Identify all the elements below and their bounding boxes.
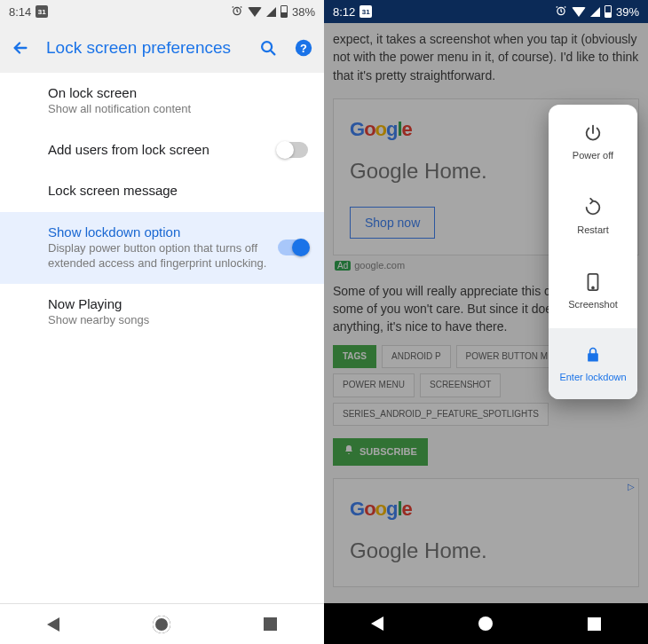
bell-icon	[344, 444, 354, 459]
phone-right: 8:12 31 39% expect, it takes a screensho…	[324, 0, 648, 644]
help-icon[interactable]: ?	[294, 38, 313, 58]
page-title: Lock screen preferences	[46, 38, 242, 58]
tags-label: TAGS	[333, 345, 376, 369]
pref-sub: Show nearby songs	[48, 313, 308, 328]
nav-recent-icon[interactable]	[264, 617, 277, 631]
alarm-icon	[555, 4, 567, 20]
power-menu: Power off Restart Screenshot Enter lockd…	[549, 105, 637, 399]
wifi-icon	[248, 7, 262, 17]
signal-icon	[590, 7, 600, 17]
calendar-icon: 31	[36, 5, 48, 18]
pref-lock-message[interactable]: Lock screen message	[0, 170, 324, 212]
battery-pct: 39%	[616, 5, 639, 19]
nav-bar	[324, 603, 648, 644]
power-off-button[interactable]: Power off	[549, 105, 637, 179]
status-bar: 8:12 31 39%	[324, 0, 648, 23]
alarm-icon	[231, 4, 243, 20]
pref-sub: Show all notification content	[48, 102, 308, 117]
settings-list: On lock screen Show all notification con…	[0, 73, 324, 603]
nav-home-icon[interactable]	[153, 616, 170, 633]
pref-show-lockdown[interactable]: Show lockdown option Display power butto…	[0, 212, 324, 284]
pref-add-users[interactable]: Add users from lock screen	[0, 130, 324, 170]
pref-title: Show lockdown option	[48, 224, 267, 240]
tag-item[interactable]: SCREENSHOT	[420, 373, 501, 397]
ad-title: Google Home.	[350, 536, 622, 567]
ad-domain: google.com	[354, 260, 405, 271]
nav-back-icon[interactable]	[47, 617, 59, 632]
google-logo-icon: Google	[350, 495, 412, 523]
screenshot-label: Screenshot	[568, 299, 618, 310]
switch-add-users[interactable]	[278, 142, 308, 158]
back-icon[interactable]	[11, 38, 30, 58]
screenshot-icon	[583, 272, 603, 292]
pref-sub: Display power button option that turns o…	[48, 241, 267, 271]
svg-point-6	[592, 287, 594, 289]
calendar-icon: 31	[360, 5, 372, 18]
subscribe-label: SUBSCRIBE	[360, 445, 417, 459]
google-logo-icon: Google	[350, 115, 412, 144]
ad-card[interactable]: Google Google Home.	[333, 478, 639, 587]
status-bar: 8:14 31 38%	[0, 0, 324, 23]
pref-title: On lock screen	[48, 85, 308, 100]
power-icon	[583, 123, 603, 143]
screenshot-button[interactable]: Screenshot	[549, 254, 637, 328]
subscribe-button[interactable]: SUBSCRIBE	[333, 438, 428, 466]
settings-header: Lock screen preferences ?	[0, 23, 324, 73]
tag-item[interactable]: ANDROID P	[382, 345, 451, 369]
svg-text:?: ?	[300, 42, 307, 55]
restart-icon	[583, 198, 603, 217]
restart-label: Restart	[577, 224, 608, 235]
pref-now-playing[interactable]: Now Playing Show nearby songs	[0, 284, 324, 341]
pref-title: Add users from lock screen	[48, 142, 267, 157]
battery-icon	[605, 5, 612, 18]
search-icon[interactable]	[258, 38, 278, 58]
dimmed-content: expect, it takes a screenshot when you t…	[324, 23, 648, 603]
status-time: 8:12	[333, 5, 355, 19]
phone-left: 8:14 31 38% Lock screen preferences ? On	[0, 0, 324, 644]
wifi-icon	[572, 7, 586, 17]
power-off-label: Power off	[573, 150, 613, 161]
switch-lockdown[interactable]	[278, 240, 308, 255]
battery-pct: 38%	[292, 5, 315, 19]
signal-icon	[266, 7, 276, 17]
enter-lockdown-button[interactable]: Enter lockdown	[549, 328, 637, 399]
nav-recent-icon[interactable]	[588, 617, 601, 631]
article-intro: expect, it takes a screenshot when you t…	[333, 30, 639, 84]
lockdown-label: Enter lockdown	[559, 372, 626, 382]
tag-item[interactable]: SERIES_ANDROID_P_FEATURE_SPOTLIGHTS	[333, 403, 549, 427]
nav-home-icon[interactable]	[478, 617, 493, 631]
ad-label: Ad	[335, 261, 351, 271]
battery-icon	[281, 5, 288, 18]
nav-back-icon[interactable]	[371, 617, 383, 631]
shop-now-button[interactable]: Shop now	[350, 207, 435, 239]
lock-icon	[583, 345, 603, 365]
pref-title: Now Playing	[48, 296, 308, 311]
status-time: 8:14	[9, 5, 31, 19]
pref-on-lock-screen[interactable]: On lock screen Show all notification con…	[0, 73, 324, 130]
restart-button[interactable]: Restart	[549, 179, 637, 254]
pref-title: Lock screen message	[48, 183, 308, 198]
tag-item[interactable]: POWER MENU	[333, 373, 415, 397]
nav-bar	[0, 603, 324, 644]
